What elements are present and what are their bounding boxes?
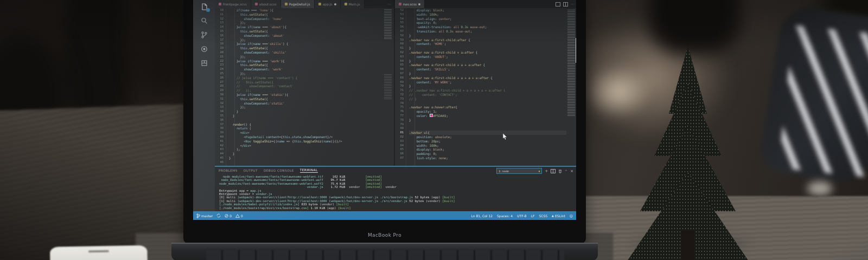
tab-frontpage.scss[interactable]: frontpage.scss (215, 0, 251, 8)
kill-terminal-icon[interactable] (558, 169, 562, 173)
code-line: } (409, 46, 566, 50)
split-terminal-icon[interactable] (551, 169, 556, 173)
line-number: 77 (395, 114, 404, 118)
code-line (229, 160, 383, 165)
code-line: } (229, 114, 383, 118)
more-actions-icon[interactable]: ⋯ (571, 2, 575, 6)
status-scss[interactable]: SCSS (539, 214, 547, 218)
minimap[interactable] (566, 8, 576, 166)
line-number: 57 (395, 29, 404, 34)
code-line: } (229, 109, 383, 114)
line-number: 44 (215, 152, 224, 156)
scrollbar-indicator[interactable] (576, 38, 576, 63)
line-number: 15 (215, 29, 224, 34)
source-control-icon[interactable] (200, 31, 208, 39)
tab-app.js[interactable]: app.js (315, 0, 341, 8)
laptop: frontpage.scssabout.scssPageDetail.jsapp… (183, 0, 586, 244)
editor-area: frontpage.scssabout.scssPageDetail.jsapp… (215, 0, 576, 166)
tab-nav.scss[interactable]: nav.scss (395, 0, 425, 8)
macbook-label: MacBook Pro (183, 232, 586, 238)
feedback-smiley-icon: ☺ (570, 214, 573, 218)
panel-tab-problems[interactable]: PROBLEMS (219, 169, 238, 172)
code-line: // }else if(name === 'contact') { (229, 76, 383, 80)
minimap[interactable] (383, 8, 394, 166)
line-number: 31 (215, 97, 224, 101)
line-number: 45 (215, 156, 224, 160)
line-number: 36 (215, 118, 224, 122)
status-ln-81-col-12[interactable]: Ln 81, Col 12 (471, 214, 493, 218)
code-line: }); (229, 55, 383, 59)
photo-scene: frontpage.scssabout.scssPageDetail.jsapp… (0, 0, 868, 260)
christmas-tree (623, 46, 753, 260)
tab-Main.js[interactable]: Main.js (341, 0, 365, 8)
code-line: }); (229, 38, 383, 42)
code-line: </div> (229, 144, 383, 148)
panel-tab-output[interactable]: OUTPUT (244, 169, 258, 172)
editor-actions: ⋯ (556, 2, 576, 6)
maximize-panel-icon[interactable]: ^ (565, 169, 567, 173)
line-number: 33 (215, 105, 224, 109)
new-terminal-icon[interactable]: + (545, 169, 548, 173)
warning-indicator[interactable]: 0 (235, 214, 243, 218)
line-number: 32 (215, 101, 224, 106)
line-number: 65 (395, 63, 404, 67)
line-number: 68 (395, 76, 404, 80)
code-line: this.setState({ (229, 97, 383, 101)
search-icon[interactable] (200, 17, 208, 25)
status-smiley[interactable]: ☺ (570, 214, 573, 218)
open-preview-icon[interactable] (556, 2, 560, 6)
code-line: width: 100%; (409, 144, 566, 148)
line-number: 54 (395, 17, 404, 21)
debug-icon[interactable] (200, 45, 208, 53)
status-utf-8[interactable]: UTF-8 (517, 214, 527, 218)
code-line: bottom: 20px; (409, 139, 566, 144)
explorer-icon[interactable] (200, 3, 208, 11)
code-line: this.setState({ (229, 12, 383, 17)
sync-indicator[interactable] (216, 213, 221, 218)
warning-icon: ▲ (552, 214, 554, 217)
code-line: // .navbar nav a:first-child + a + a + a… (409, 88, 566, 93)
code-line: this.setState({ (229, 29, 383, 34)
error-indicator[interactable]: 0 (225, 214, 232, 218)
editor-actions: ⋯ (387, 2, 394, 6)
tab-PageDetail.js[interactable]: PageDetail.js (281, 0, 315, 8)
laptop-screen: frontpage.scssabout.scssPageDetail.jsapp… (193, 0, 576, 220)
more-actions-icon[interactable]: ⋯ (387, 2, 391, 6)
error-icon (225, 214, 228, 218)
tab-about.scss[interactable]: about.scss (251, 0, 281, 8)
code-line: list-style: none; (409, 156, 566, 160)
code-line: // showComponent: 'contact' (229, 84, 383, 88)
status-lf[interactable]: LF (531, 214, 535, 218)
line-number: 46 (215, 160, 224, 165)
line-number: 11 (215, 12, 224, 17)
status-spaces-4[interactable]: Spaces: 4 (497, 214, 513, 218)
extensions-icon[interactable] (200, 59, 208, 67)
git-branch-indicator[interactable]: master (196, 213, 213, 218)
status-eslint[interactable]: ▲ESLint (552, 214, 565, 218)
code-line: showComponent: 'skills' (229, 50, 383, 55)
code-line: showComponent:'static' (229, 101, 383, 106)
line-number: 37 (215, 122, 224, 127)
code-line: .navbar nav a:hover:after{ (409, 105, 566, 109)
line-number: 13 (215, 21, 224, 25)
code-line: } (409, 118, 566, 122)
warning-count: 0 (241, 214, 243, 218)
code-editor-scss[interactable]: display: block; width: 100%; text-align:… (406, 8, 566, 166)
code-line: position: absolute; (409, 135, 566, 139)
panel-tab-debug-console[interactable]: DEBUG CONSOLE (264, 169, 294, 172)
terminal-output[interactable]: node_modules/font-awesome/fonts/fontawes… (219, 175, 574, 210)
code-editor-javascript[interactable]: if(name === 'home'){ this.setState({ sho… (226, 8, 383, 166)
terminal-selector[interactable]: 1: node▾ (496, 168, 542, 174)
line-number: 14 (215, 25, 224, 29)
close-panel-icon[interactable]: × (570, 169, 573, 173)
line-number: 18 (215, 42, 224, 46)
panel-tab-terminal[interactable]: TERMINAL (300, 168, 318, 173)
js-file-icon (344, 3, 347, 5)
status-bar: master 0 0 Ln 81, Col 12Spaces: 4UTF- (193, 211, 576, 220)
warning-icon (235, 214, 240, 218)
line-number: 39 (215, 131, 224, 135)
code-line: opacity: 0; (409, 21, 566, 25)
line-number: 38 (215, 126, 224, 131)
smartphone (50, 245, 148, 260)
split-editor-icon[interactable] (563, 2, 568, 6)
